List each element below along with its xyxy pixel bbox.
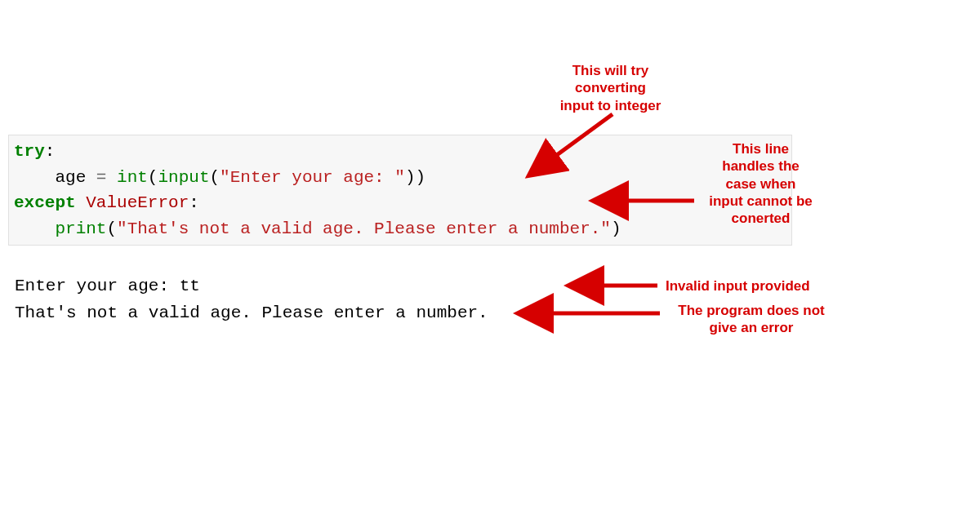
paren: ( [209,168,220,187]
annotation-no-error: The program does not give an error [666,302,837,337]
exception-name: ValueError [86,193,189,212]
space [76,193,87,212]
annotation-line: This line [733,141,789,157]
annotation-line: give an error [710,320,794,335]
keyword-except: except [14,193,76,212]
annotation-line: conerted [732,210,791,226]
annotation-line: Invalid input provided [666,278,810,294]
output-line-1: Enter your age: tt [15,277,200,295]
string-literal: "That's not a valid age. Please enter a … [117,219,611,238]
int-fn: int [117,168,148,187]
paren: ( [148,168,158,187]
arrow-icon [537,304,668,327]
input-fn: input [158,168,209,187]
annotation-line: input cannot be [709,193,813,209]
indent [14,168,55,187]
annotation-invalid-input: Invalid input provided [666,277,837,295]
arrow-icon [539,110,637,179]
annotation-line: This will try [572,63,649,78]
keyword-try: try [14,142,45,161]
indent [14,219,55,238]
code-block: try: age = int(input("Enter your age: ")… [8,135,792,246]
paren: )) [405,168,425,187]
svg-line-1 [551,114,612,159]
paren: ) [611,219,621,238]
annotation-handles-case: This line handles the case when input ca… [697,140,824,227]
arrow-icon [612,191,702,215]
paren: ( [106,219,117,238]
annotation-line: The program does not [678,303,824,318]
var-age: age [55,168,86,187]
string-literal: "Enter your age: " [220,168,405,187]
annotation-try-convert: This will try converting input to intege… [539,62,682,114]
print-fn: print [55,219,106,238]
annotation-line: case when [726,176,796,192]
colon: : [189,193,199,212]
output-line-2: That's not a valid age. Please enter a n… [15,304,488,322]
annotation-line: handles the [722,158,799,174]
equals-op: = [86,168,117,187]
arrow-icon [588,276,666,299]
output-block: Enter your age: tt That's not a valid ag… [15,273,488,326]
colon: : [45,142,56,161]
annotation-line: converting [575,80,646,95]
